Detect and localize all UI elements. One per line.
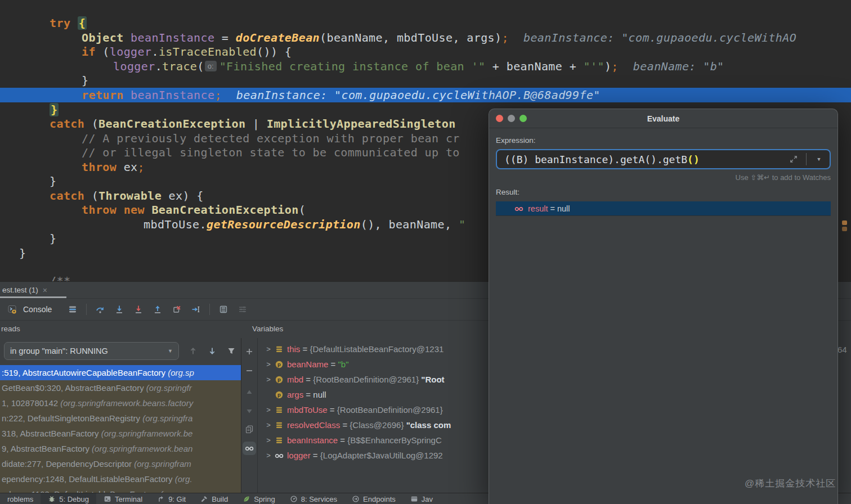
thread-selector-dropdown[interactable]: in group "main": RUNNING ▼ bbox=[4, 342, 179, 360]
console-tab-label: Console bbox=[23, 305, 52, 314]
toolwindow-button-spring[interactable]: Spring bbox=[235, 493, 283, 504]
code-token: isTraceEnabled bbox=[159, 45, 257, 58]
step-out-icon[interactable] bbox=[151, 303, 164, 316]
run-to-cursor-icon[interactable] bbox=[189, 303, 203, 316]
stack-frame[interactable]: 318, AbstractBeanFactory (org.springfram… bbox=[0, 426, 241, 441]
param-icon: p bbox=[275, 360, 284, 369]
toolbar-separator bbox=[209, 304, 210, 315]
chevron-right-icon[interactable]: > bbox=[265, 451, 272, 460]
stack-frame-location: GetBean$0:320, AbstractBeanFactory bbox=[2, 383, 146, 393]
toolwindow-button-9-git[interactable]: 9: Git bbox=[150, 493, 193, 504]
tri-up-icon[interactable] bbox=[243, 385, 256, 399]
history-dropdown-icon[interactable]: ▼ bbox=[812, 156, 826, 162]
zoom-window-icon[interactable] bbox=[519, 115, 527, 122]
chevron-right-icon[interactable]: > bbox=[265, 436, 272, 444]
toolwindow-button-terminal[interactable]: Terminal bbox=[96, 493, 150, 504]
step-over-icon[interactable] bbox=[93, 303, 107, 316]
chevron-right-icon[interactable]: > bbox=[265, 375, 272, 384]
drop-frame-icon[interactable] bbox=[170, 303, 183, 316]
code-token: logger bbox=[113, 60, 155, 73]
chevron-right-icon[interactable]: > bbox=[265, 406, 272, 414]
toolwindow-button-5-debug[interactable]: 5: Debug bbox=[41, 493, 96, 504]
stack-frame[interactable]: 1, 1028780142 (org.springframework.beans… bbox=[0, 395, 241, 411]
code-token: { bbox=[78, 16, 87, 30]
add-to-watches-hint: Use ⇧⌘↵ to add to Watches bbox=[496, 173, 831, 182]
stack-frame-location: 9, AbstractBeanFactory bbox=[2, 444, 92, 453]
funnel-icon[interactable] bbox=[225, 344, 238, 358]
code-token: . bbox=[151, 45, 158, 58]
stack-frame[interactable]: :519, AbstractAutowireCapableBeanFactory… bbox=[0, 365, 241, 380]
debug-session-tab[interactable]: est.test (1) × bbox=[0, 282, 52, 298]
code-line: Object beanInstance = doCreateBean(beanN… bbox=[0, 30, 851, 45]
toolwindow-button-roblems[interactable]: roblems bbox=[0, 493, 41, 504]
stack-frame-package: (org.springframework.bean bbox=[92, 444, 192, 453]
svg-text:p: p bbox=[277, 376, 281, 382]
console-tab[interactable]: Console bbox=[2, 303, 55, 316]
variable-value: = bbox=[303, 375, 313, 384]
code-token: " bbox=[459, 218, 465, 231]
param-icon: p bbox=[275, 375, 284, 384]
stack-frame[interactable]: 9, AbstractBeanFactory (org.springframew… bbox=[0, 441, 241, 456]
clipped-text-fragment: 64 bbox=[837, 345, 847, 354]
show-watches-icon[interactable] bbox=[243, 442, 256, 455]
force-step-into-icon[interactable] bbox=[132, 303, 145, 316]
chevron-right-icon[interactable]: > bbox=[265, 421, 272, 429]
layout-settings-icon[interactable] bbox=[236, 303, 249, 316]
variable-value: = bbox=[311, 451, 320, 460]
stack-frame[interactable]: didate:277, DependencyDescriptor (org.sp… bbox=[0, 456, 241, 471]
stack-frame-location: n:222, DefaultSingletonBeanRegistry bbox=[2, 413, 142, 423]
menu-icon[interactable] bbox=[66, 303, 79, 316]
variable-name: beanName bbox=[287, 359, 328, 369]
code-token: "Finished creating instance of bean '" bbox=[220, 60, 486, 73]
tri-down-icon[interactable] bbox=[243, 404, 256, 418]
window-icon bbox=[410, 495, 418, 503]
expression-input[interactable]: ((B) beanInstance).getA().getB() ▼ bbox=[496, 149, 831, 169]
toolwindow-button-endpoints[interactable]: Endpoints bbox=[344, 493, 403, 504]
chevron-right-icon[interactable]: > bbox=[265, 345, 272, 353]
close-window-icon[interactable] bbox=[496, 115, 503, 122]
expand-icon[interactable] bbox=[787, 152, 800, 166]
arrow-down-icon[interactable] bbox=[205, 344, 219, 358]
variable-name: mbd bbox=[287, 375, 303, 384]
toolwindow-button-label: roblems bbox=[7, 495, 33, 503]
inline-debugger-hint: beanInstance: "com.gupaoedu.cycleWithAOP… bbox=[236, 88, 601, 102]
code-token: beanInstance bbox=[131, 88, 214, 102]
variable-value: {DefaultListableBeanFactory@1231 bbox=[310, 344, 444, 354]
toolbar-separator bbox=[86, 304, 87, 315]
services-icon bbox=[290, 495, 298, 503]
code-token: } bbox=[50, 103, 59, 116]
minus-icon[interactable] bbox=[243, 364, 256, 377]
chevron-right-icon[interactable]: > bbox=[265, 360, 272, 368]
code-token: catch bbox=[50, 189, 92, 202]
toolwindow-button-8-services[interactable]: 8: Services bbox=[283, 493, 344, 504]
stack-frame-package: (org. bbox=[175, 474, 192, 484]
toolwindow-button-build[interactable]: Build bbox=[193, 493, 235, 504]
close-icon[interactable]: × bbox=[43, 286, 47, 295]
dialog-titlebar[interactable]: Evaluate bbox=[489, 109, 837, 128]
code-token: ex) { bbox=[162, 189, 204, 202]
code-token: ( bbox=[197, 60, 204, 73]
stack-frame[interactable]: GetBean$0:320, AbstractBeanFactory (org.… bbox=[0, 380, 241, 395]
stack-frame[interactable]: ependency:1248, DefaultListableBeanFacto… bbox=[0, 471, 241, 487]
copy-icon[interactable] bbox=[243, 422, 256, 436]
arrow-up-icon[interactable] bbox=[186, 344, 200, 358]
toolwindow-button-jav[interactable]: Jav bbox=[403, 493, 440, 504]
code-token bbox=[124, 31, 131, 44]
stack-frame-location: 1, 1028780142 bbox=[2, 398, 60, 408]
variable-value: = bbox=[338, 435, 347, 445]
console-icon bbox=[6, 303, 19, 316]
stack-frame[interactable]: n:222, DefaultSingletonBeanRegistry (org… bbox=[0, 411, 241, 426]
code-token: ImplicitlyAppearedSingleton bbox=[267, 117, 456, 130]
build-icon bbox=[200, 495, 208, 503]
toolwindow-button-label: Terminal bbox=[115, 495, 142, 503]
expression-label: Expression: bbox=[496, 136, 831, 145]
evaluate-calculator-icon[interactable] bbox=[217, 303, 230, 316]
minimize-window-icon[interactable] bbox=[508, 115, 515, 122]
toolwindow-button-label: Build bbox=[212, 495, 228, 503]
result-row[interactable]: result = null bbox=[496, 201, 831, 216]
code-token: if bbox=[82, 45, 102, 58]
step-into-icon[interactable] bbox=[113, 303, 126, 316]
plus-icon[interactable] bbox=[243, 345, 256, 358]
code-token: catch bbox=[50, 117, 92, 130]
inline-debugger-hint: beanName: "b" bbox=[633, 60, 724, 73]
